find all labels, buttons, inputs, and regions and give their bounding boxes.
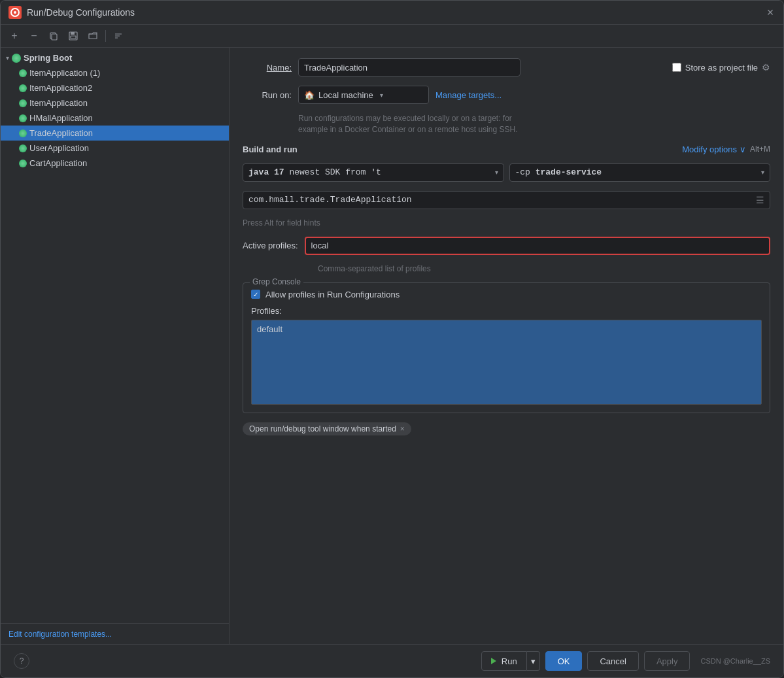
item-icon-5 — [19, 144, 27, 152]
run-on-label: Run on: — [243, 90, 292, 100]
build-run-header: Build and run Modify options ∨ Alt+M — [243, 144, 770, 154]
store-checkbox[interactable] — [672, 63, 681, 72]
sidebar-item-0[interactable]: ItemApplication (1) — [1, 65, 229, 80]
modify-options-button[interactable]: Modify options ∨ — [682, 144, 746, 154]
run-dropdown-button[interactable]: ▾ — [527, 651, 540, 671]
sdk-select[interactable]: java 17 newest SDK from 't ▾ — [243, 163, 504, 182]
build-run-title: Build and run — [243, 144, 298, 154]
grep-check-row: ✓ Allow profiles in Run Configurations — [251, 290, 762, 299]
store-label: Store as project file — [685, 63, 758, 73]
open-tool-window-chip: Open run/debug tool window when started … — [243, 422, 411, 435]
item-label-4: TradeApplication — [29, 128, 93, 138]
profiles-hint: Comma-separated list of profiles — [243, 264, 770, 273]
spring-boot-group[interactable]: ▾ Spring Boot — [1, 50, 229, 65]
check-icon: ✓ — [253, 291, 258, 298]
active-profiles-label: Active profiles: — [243, 241, 298, 250]
run-on-row: Run on: 🏠 Local machine ▾ Manage targets… — [243, 86, 770, 104]
name-row: Name: Store as project file ⚙ — [243, 58, 770, 76]
cp-select[interactable]: -cp trade-service ▾ — [509, 163, 771, 182]
toolbar: + − — [1, 25, 783, 48]
modify-options-chevron-icon: ∨ — [740, 144, 746, 154]
item-label-1: ItemApplication2 — [29, 83, 92, 93]
item-icon-3 — [19, 114, 27, 122]
run-debug-dialog: Run/Debug Configurations × + − — [0, 0, 784, 678]
svg-rect-6 — [71, 32, 75, 35]
sdk-value: java 17 newest SDK from 't — [248, 167, 381, 177]
ok-button[interactable]: OK — [545, 651, 583, 671]
save-button[interactable] — [65, 27, 82, 44]
run-on-value: Local machine — [318, 90, 373, 100]
manage-targets-link[interactable]: Manage targets... — [435, 90, 502, 100]
sidebar-footer: Edit configuration templates... — [1, 623, 229, 644]
cp-dropdown-icon: ▾ — [761, 169, 764, 176]
sdk-dropdown-icon: ▾ — [495, 169, 498, 176]
remove-button[interactable]: − — [26, 27, 43, 44]
add-button[interactable]: + — [6, 27, 23, 44]
run-on-select[interactable]: 🏠 Local machine ▾ — [298, 86, 429, 104]
store-checkbox-area: Store as project file ⚙ — [672, 62, 770, 73]
item-label-5: UserApplication — [29, 143, 89, 153]
gear-icon[interactable]: ⚙ — [762, 62, 770, 73]
item-label-0: ItemApplication (1) — [29, 68, 100, 78]
cp-value: -cp trade-service — [515, 167, 602, 177]
sidebar-item-3[interactable]: HMallApplication — [1, 110, 229, 126]
grep-check-label: Allow profiles in Run Configurations — [265, 290, 400, 299]
chip-close-icon[interactable]: × — [400, 424, 405, 433]
main-class-browse-icon[interactable]: ☰ — [756, 195, 764, 205]
dropdown-arrow-icon: ▾ — [380, 92, 383, 99]
right-panel: Name: Store as project file ⚙ Run on: 🏠 … — [230, 48, 783, 644]
sidebar-item-4[interactable]: TradeApplication — [1, 126, 229, 141]
main-content: ▾ Spring Boot ItemApplication (1) ItemAp… — [1, 48, 783, 644]
copy-button[interactable] — [45, 27, 62, 44]
sidebar-tree: ▾ Spring Boot ItemApplication (1) ItemAp… — [1, 48, 229, 623]
svg-rect-7 — [71, 36, 76, 39]
svg-point-2 — [14, 11, 16, 14]
group-label: Spring Boot — [24, 53, 72, 63]
cancel-button[interactable]: Cancel — [587, 651, 638, 671]
press-alt-hint: Press Alt for field hints — [243, 218, 770, 228]
chip-label: Open run/debug tool window when started — [249, 424, 396, 433]
svg-rect-4 — [52, 34, 57, 40]
close-button[interactable]: × — [765, 7, 775, 18]
item-icon-1 — [19, 84, 27, 92]
modify-options-shortcut: Alt+M — [750, 144, 770, 154]
item-icon-4 — [19, 129, 27, 137]
folder-button[interactable] — [84, 27, 101, 44]
grep-profile-default: default — [257, 323, 756, 335]
sidebar-item-6[interactable]: CartApplication — [1, 156, 229, 171]
grep-profiles-label: Profiles: — [251, 306, 762, 316]
run-label: Run — [502, 656, 517, 666]
sidebar-item-1[interactable]: ItemApplication2 — [1, 80, 229, 95]
group-arrow: ▾ — [6, 54, 9, 61]
run-button-group: Run ▾ — [481, 651, 540, 671]
item-icon-6 — [19, 160, 27, 167]
run-triangle-icon — [491, 658, 496, 664]
main-class-input[interactable] — [248, 195, 756, 205]
grep-profiles-list[interactable]: default — [251, 320, 762, 405]
toolbar-separator — [105, 30, 106, 42]
sdk-row: java 17 newest SDK from 't ▾ -cp trade-s… — [243, 163, 770, 182]
run-on-hint-line1: Run configurations may be executed local… — [298, 113, 770, 124]
tool-window-chip-area: Open run/debug tool window when started … — [243, 422, 770, 435]
edit-templates-link[interactable]: Edit configuration templates... — [9, 630, 112, 639]
sort-button[interactable] — [110, 27, 127, 44]
machine-icon: 🏠 — [304, 90, 315, 100]
bottom-bar: ? Run ▾ OK Cancel Apply CSDN @Charlie__Z… — [1, 644, 783, 677]
item-icon-2 — [19, 99, 27, 107]
title-bar: Run/Debug Configurations × — [1, 1, 783, 25]
name-input[interactable] — [298, 58, 520, 76]
app-icon — [9, 6, 22, 19]
run-on-hint: Run configurations may be executed local… — [243, 113, 770, 135]
name-label: Name: — [243, 63, 292, 73]
grep-checkbox[interactable]: ✓ — [251, 290, 260, 299]
run-main-button[interactable]: Run — [481, 651, 527, 671]
sidebar-item-2[interactable]: ItemApplication — [1, 95, 229, 110]
help-button[interactable]: ? — [14, 653, 29, 669]
item-icon-0 — [19, 69, 27, 77]
apply-button[interactable]: Apply — [644, 651, 690, 671]
sidebar-item-5[interactable]: UserApplication — [1, 141, 229, 156]
main-class-row: ☰ — [243, 191, 770, 209]
watermark: CSDN @Charlie__ZS — [700, 657, 770, 665]
active-profiles-input[interactable] — [305, 237, 770, 255]
run-arrow-icon: ▾ — [531, 656, 536, 666]
